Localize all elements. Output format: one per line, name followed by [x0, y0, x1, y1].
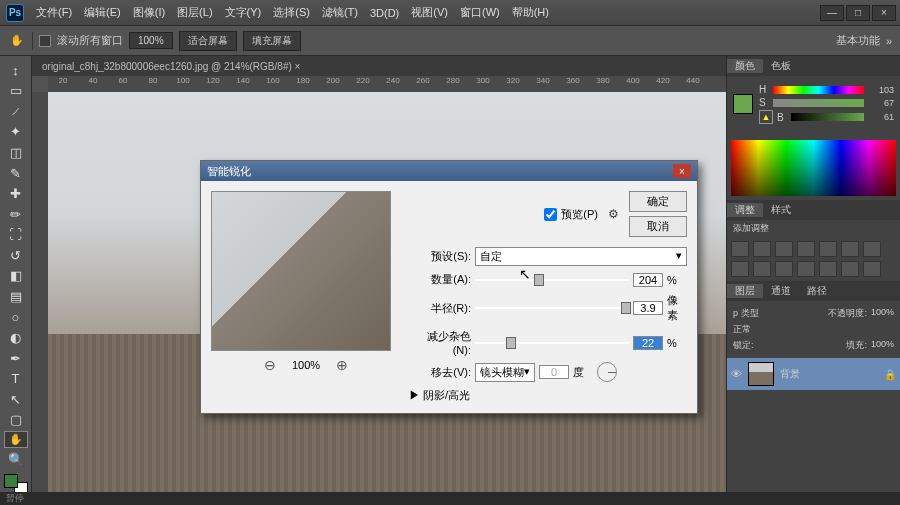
adj-icon[interactable] [775, 241, 793, 257]
stamp-tool[interactable]: ⛶ [4, 226, 28, 245]
fit-screen-button[interactable]: 适合屏幕 [179, 31, 237, 51]
layer-background[interactable]: 👁 背景 🔒 [727, 358, 900, 390]
hand-tool-icon: ✋ [8, 32, 26, 50]
remove-select[interactable]: 镜头模糊▾ [475, 363, 535, 382]
tab-swatches[interactable]: 色板 [763, 59, 799, 73]
menu-window[interactable]: 窗口(W) [454, 5, 506, 20]
radius-slider[interactable] [475, 301, 629, 315]
visibility-icon[interactable]: 👁 [731, 368, 742, 380]
preview-checkbox[interactable] [544, 208, 557, 221]
preview-zoom-value: 100% [292, 359, 320, 371]
foreground-swatch[interactable] [733, 94, 753, 114]
adj-icon[interactable] [819, 261, 837, 277]
menu-view[interactable]: 视图(V) [405, 5, 454, 20]
lock-icon: 🔒 [884, 369, 896, 380]
menu-3d[interactable]: 3D(D) [364, 7, 405, 19]
bri-slider[interactable] [791, 113, 864, 121]
history-brush-tool[interactable]: ↺ [4, 246, 28, 265]
ok-button[interactable]: 确定 [629, 191, 687, 212]
adj-icon[interactable] [797, 261, 815, 277]
document-tab[interactable]: original_c8hj_32b800006eec1260.jpg @ 214… [32, 56, 726, 76]
gradient-tool[interactable]: ▤ [4, 287, 28, 306]
menu-layer[interactable]: 图层(L) [171, 5, 218, 20]
path-tool[interactable]: ↖ [4, 390, 28, 409]
workspace-name[interactable]: 基本功能 [836, 33, 880, 48]
zoom-level[interactable]: 100% [129, 32, 173, 49]
hue-slider[interactable] [773, 86, 864, 94]
sat-slider[interactable] [773, 99, 864, 107]
gamut-warning-icon[interactable]: ▲ [759, 110, 773, 124]
workspace-menu-icon[interactable]: » [886, 35, 892, 47]
dialog-titlebar[interactable]: 智能锐化 × [201, 161, 697, 181]
color-spectrum[interactable] [731, 140, 896, 196]
sharpen-preview[interactable] [211, 191, 391, 351]
angle-input[interactable]: 0 [539, 365, 569, 379]
tab-layers[interactable]: 图层 [727, 284, 763, 298]
dodge-tool[interactable]: ◐ [4, 328, 28, 347]
menubar: Ps 文件(F) 编辑(E) 图像(I) 图层(L) 文字(Y) 选择(S) 滤… [0, 0, 900, 26]
angle-dial[interactable] [597, 362, 617, 382]
eyedropper-tool[interactable]: ✎ [4, 164, 28, 183]
type-tool[interactable]: T [4, 369, 28, 388]
heal-tool[interactable]: ✚ [4, 184, 28, 203]
dialog-close-button[interactable]: × [673, 164, 691, 178]
ruler-horizontal: 2040608010012014016018020022024026028030… [48, 76, 726, 92]
close-button[interactable]: × [872, 5, 896, 21]
lasso-tool[interactable]: ⟋ [4, 102, 28, 121]
radius-input[interactable]: 3.9 [633, 301, 663, 315]
add-adjust-label: 添加调整 [727, 220, 900, 237]
blur-tool[interactable]: ○ [4, 308, 28, 327]
tab-color[interactable]: 颜色 [727, 59, 763, 73]
zoom-out-icon[interactable]: ⊖ [264, 357, 276, 373]
blend-mode[interactable]: 正常 [733, 323, 751, 336]
status-bar: 暂停 [0, 492, 900, 505]
toolbar: ↕ ▭ ⟋ ✦ ◫ ✎ ✚ ✏ ⛶ ↺ ◧ ▤ ○ ◐ ✒ T ↖ ▢ ✋ 🔍 [0, 56, 32, 496]
zoom-tool[interactable]: 🔍 [4, 450, 28, 469]
adj-icon[interactable] [863, 241, 881, 257]
adj-icon[interactable] [753, 261, 771, 277]
move-tool[interactable]: ↕ [4, 61, 28, 80]
tab-styles[interactable]: 样式 [763, 203, 799, 217]
menu-filter[interactable]: 滤镜(T) [316, 5, 364, 20]
eraser-tool[interactable]: ◧ [4, 267, 28, 286]
menu-edit[interactable]: 编辑(E) [78, 5, 127, 20]
tab-paths[interactable]: 路径 [799, 284, 835, 298]
amount-slider[interactable] [475, 273, 629, 287]
cancel-button[interactable]: 取消 [629, 216, 687, 237]
crop-tool[interactable]: ◫ [4, 143, 28, 162]
pen-tool[interactable]: ✒ [4, 349, 28, 368]
fill-screen-button[interactable]: 填充屏幕 [243, 31, 301, 51]
adj-icon[interactable] [863, 261, 881, 277]
menu-select[interactable]: 选择(S) [267, 5, 316, 20]
maximize-button[interactable]: □ [846, 5, 870, 21]
marquee-tool[interactable]: ▭ [4, 82, 28, 101]
tab-adjust[interactable]: 调整 [727, 203, 763, 217]
wand-tool[interactable]: ✦ [4, 123, 28, 142]
adj-icon[interactable] [731, 261, 749, 277]
adj-icon[interactable] [841, 241, 859, 257]
tab-channels[interactable]: 通道 [763, 284, 799, 298]
adj-icon[interactable] [797, 241, 815, 257]
menu-image[interactable]: 图像(I) [127, 5, 171, 20]
noise-slider[interactable] [475, 336, 629, 350]
adj-icon[interactable] [753, 241, 771, 257]
adj-icon[interactable] [819, 241, 837, 257]
amount-input[interactable]: 204 [633, 273, 663, 287]
adj-icon[interactable] [775, 261, 793, 277]
shape-tool[interactable]: ▢ [4, 411, 28, 430]
preset-select[interactable]: 自定▾ [475, 247, 687, 266]
scroll-all-checkbox[interactable] [39, 35, 51, 47]
smart-sharpen-dialog: 智能锐化 × ⊖ 100% ⊕ 预览(P) ⚙ 确定 取消 预设(S): [200, 160, 698, 414]
settings-gear-icon[interactable]: ⚙ [608, 207, 619, 221]
menu-file[interactable]: 文件(F) [30, 5, 78, 20]
brush-tool[interactable]: ✏ [4, 205, 28, 224]
menu-help[interactable]: 帮助(H) [506, 5, 555, 20]
menu-type[interactable]: 文字(Y) [219, 5, 268, 20]
adj-icon[interactable] [841, 261, 859, 277]
adj-icon[interactable] [731, 241, 749, 257]
noise-input[interactable]: 22 [633, 336, 663, 350]
zoom-in-icon[interactable]: ⊕ [336, 357, 348, 373]
hand-tool[interactable]: ✋ [4, 431, 28, 448]
minimize-button[interactable]: — [820, 5, 844, 21]
shadow-highlight-expander[interactable]: ▶ 阴影/高光 [409, 388, 687, 403]
